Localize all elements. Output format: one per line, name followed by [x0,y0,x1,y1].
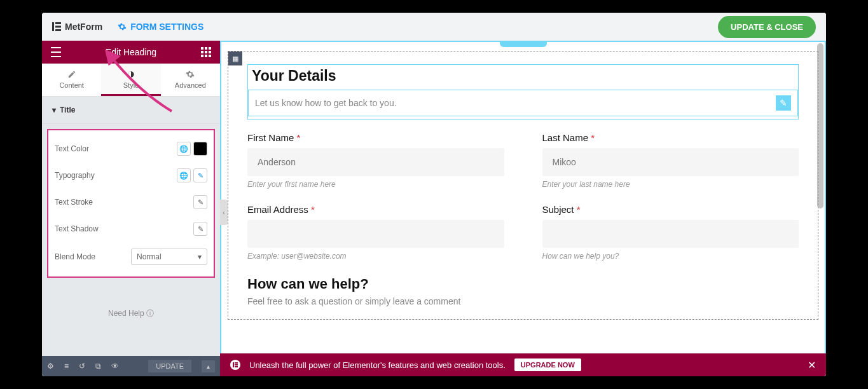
section-container: ▦ Your Details Let us know how to get ba… [228,51,818,320]
required-mark: * [311,204,315,215]
column-badge-icon[interactable]: ▦ [228,51,242,65]
section-title-row[interactable]: ▾ Title [42,97,220,124]
sidebar-header: Edit Heading [42,41,220,64]
tab-advanced[interactable]: Advanced [161,64,220,96]
control-blend-mode: Blend Mode Normal ▾ [55,242,207,271]
form-settings-label: FORM SETTINGS [130,22,203,32]
widgets-grid-icon[interactable] [201,47,211,57]
form-row: First Name * Enter your first name here … [247,132,799,189]
subheading-text: Let us know how to get back to you. [255,98,397,108]
update-caret-button[interactable]: ▴ [202,360,215,372]
sidebar-title: Edit Heading [61,47,201,57]
edit-shadow-button[interactable]: ✎ [193,222,207,236]
control-typography: Typography 🌐 ✎ [55,162,207,189]
section-title-text: Title [60,106,75,114]
controls-panel: Text Color 🌐 Typography 🌐 ✎ Text Stroke [47,129,215,278]
form-settings-link[interactable]: FORM SETTINGS [118,22,203,32]
need-help-text: Need Help [108,309,144,318]
close-icon[interactable]: ✕ [532,41,538,44]
settings-icon[interactable]: ⚙ [47,362,54,371]
required-mark: * [591,132,595,143]
required-mark: * [297,132,301,143]
field-hint: Enter your last name here [542,180,799,189]
subject-input[interactable] [542,220,799,248]
update-button[interactable]: UPDATE [148,360,191,372]
color-swatch[interactable] [193,142,207,156]
field-hint: Enter your first name here [247,180,504,189]
tab-content-label: Content [59,81,84,89]
text-shadow-label: Text Shadow [55,224,99,233]
tab-content[interactable]: Content [42,64,101,96]
required-mark: * [577,204,581,215]
field-label: Last Name * [542,132,799,143]
last-name-input[interactable] [542,148,799,176]
field-label: First Name * [247,132,504,143]
typography-label: Typography [55,171,95,180]
last-name-field: Last Name * Enter your last name here [542,132,799,189]
subject-field: Subject * How can we help you? [542,204,799,261]
editor-modal: MetForm FORM SETTINGS UPDATE & CLOSE Edi… [42,13,826,376]
blend-mode-select[interactable]: Normal ▾ [131,249,207,265]
svg-rect-3 [55,29,61,31]
layers-icon[interactable]: ≡ [64,362,69,371]
field-label: Email Address * [247,204,504,215]
subheading-widget[interactable]: Let us know how to get back to you. ✎ [248,90,798,116]
grip-icon[interactable]: ⠿ [520,41,525,44]
upgrade-button[interactable]: UPGRADE NOW [514,358,581,371]
form-row: Email Address * Example: user@website.co… [247,204,799,261]
close-promo-icon[interactable]: ✕ [808,359,816,371]
svg-rect-9 [235,366,238,367]
style-icon [127,70,135,79]
sidebar-tabs: Content Style Advanced [42,64,220,97]
field-label: Subject * [542,204,799,215]
text-color-label: Text Color [55,144,89,153]
hamburger-icon[interactable] [51,47,61,57]
editor-body: Edit Heading Content Style Advanced [42,41,826,376]
update-close-button[interactable]: UPDATE & CLOSE [718,16,816,38]
sidebar: Edit Heading Content Style Advanced [42,41,220,376]
responsive-icon[interactable]: ⧉ [95,362,101,371]
tab-style[interactable]: Style [101,64,160,96]
first-name-field: First Name * Enter your first name here [247,132,504,189]
svg-rect-0 [52,22,54,31]
section-drag-handle[interactable]: + ⠿ ✕ [499,41,546,47]
tab-advanced-label: Advanced [175,81,206,89]
tab-style-label: Style [123,81,139,89]
svg-rect-1 [55,22,61,24]
globe-button[interactable]: 🌐 [177,142,191,156]
history-icon[interactable]: ↺ [79,362,85,371]
collapse-sidebar-handle[interactable]: ‹ [220,200,228,225]
field-hint: Example: user@website.com [247,252,504,261]
gear-icon [118,22,127,31]
svg-rect-6 [233,362,234,367]
elementor-badge-icon [230,360,240,370]
plus-icon[interactable]: + [508,41,513,44]
text-stroke-label: Text Stroke [55,198,93,207]
svg-rect-2 [55,26,61,28]
control-text-shadow: Text Shadow ✎ [55,215,207,242]
pencil-icon [67,70,76,79]
bottom-toolbar: ⚙ ≡ ↺ ⧉ 👁 UPDATE ▴ [42,356,220,376]
edit-typography-button[interactable]: ✎ [193,168,207,182]
preview-icon[interactable]: 👁 [111,362,119,371]
logo-text: MetForm [65,22,102,32]
help-icon: ⓘ [146,309,154,318]
heading-text: Your Details [248,65,798,87]
edit-stroke-button[interactable]: ✎ [193,195,207,209]
field-hint: How can we help you? [542,252,799,261]
edit-widget-icon[interactable]: ✎ [776,95,791,111]
section-heading: How can we help? [247,276,799,292]
email-input[interactable] [247,220,504,248]
svg-rect-8 [235,364,238,365]
top-bar-left: MetForm FORM SETTINGS [52,22,203,32]
app-logo: MetForm [52,22,102,32]
first-name-input[interactable] [247,148,504,176]
canvas[interactable]: + ⠿ ✕ ▦ Your Details Let us know how to … [220,41,826,376]
caret-down-icon: ▾ [52,106,56,114]
need-help-link[interactable]: Need Help ⓘ [42,283,220,332]
promo-text: Unleash the full power of Elementor's fe… [249,360,506,370]
globe-button[interactable]: 🌐 [177,168,191,182]
heading-widget[interactable]: Your Details Let us know how to get back… [247,64,799,119]
top-bar: MetForm FORM SETTINGS UPDATE & CLOSE [42,13,826,41]
control-text-stroke: Text Stroke ✎ [55,189,207,215]
